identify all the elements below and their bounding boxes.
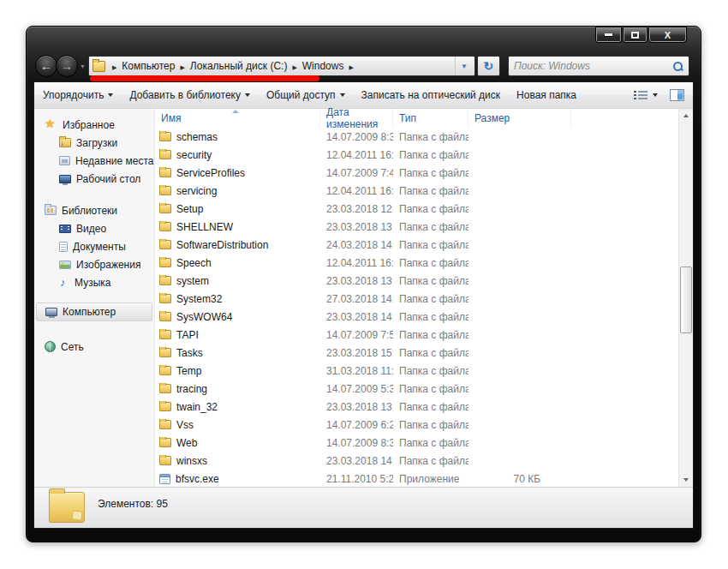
file-row-Tasks[interactable]: Tasks23.03.2018 15:10Папка с файлами	[155, 344, 678, 362]
file-row-Web[interactable]: Web14.07.2009 8:32Папка с файлами	[155, 434, 678, 452]
preview-pane-button[interactable]	[670, 89, 684, 101]
refresh-button[interactable]: ↻	[477, 56, 500, 76]
file-row-System32[interactable]: System3227.03.2018 14:49Папка с файлами	[155, 290, 678, 308]
breadcrumb-trailing-arrow-icon[interactable]: ▶	[349, 64, 353, 70]
toolbar-button-2[interactable]: Общий доступ	[266, 89, 345, 101]
breadcrumb-item-2[interactable]: Windows	[302, 60, 344, 72]
file-row-SHELLNEW[interactable]: SHELLNEW23.03.2018 13:38Папка с файлами	[155, 218, 678, 236]
search-icon[interactable]	[672, 61, 683, 72]
file-row-ServiceProfiles[interactable]: ServiceProfiles14.07.2009 7:45Папка с фа…	[155, 164, 678, 182]
folder-icon	[159, 438, 171, 447]
file-row-security[interactable]: security12.04.2011 16:37Папка с файлами	[155, 146, 678, 164]
file-row-twain_32[interactable]: twain_3223.03.2018 13:05Папка с файлами	[155, 398, 678, 416]
sidebar-item-0-2[interactable]: Рабочий стол	[34, 170, 154, 188]
file-type: Папка с файлами	[393, 401, 468, 413]
dropdown-arrow-icon	[108, 93, 113, 97]
sidebar-item-1-2[interactable]: Изображения	[34, 255, 154, 273]
breadcrumb-item-1[interactable]: Локальный диск (C:)	[190, 60, 288, 72]
column-header-filler	[571, 109, 678, 128]
file-name: SHELLNEW	[176, 221, 233, 233]
toolbar-button-1[interactable]: Добавить в библиотеку	[129, 89, 250, 101]
file-date: 23.03.2018 14:50	[320, 311, 393, 323]
file-row-bfsvc.exe[interactable]: bfsvc.exe21.11.2010 5:24Приложение70 КБ	[155, 470, 678, 487]
file-row-servicing[interactable]: servicing12.04.2011 16:26Папка с файлами	[155, 182, 678, 200]
forward-button[interactable]: →	[56, 55, 78, 77]
change-view-button[interactable]	[634, 90, 658, 101]
search-input[interactable]: Поиск: Windows	[508, 56, 689, 76]
toolbar-button-0[interactable]: Упорядочить	[43, 89, 113, 101]
file-name: Temp	[176, 365, 201, 377]
folder-icon	[159, 258, 171, 267]
vertical-scrollbar[interactable]	[678, 109, 693, 487]
column-header-date[interactable]: Дата изменения	[320, 109, 393, 128]
file-row-winsxs[interactable]: winsxs23.03.2018 14:46Папка с файлами	[155, 452, 678, 470]
toolbar-button-3[interactable]: Записать на оптический диск	[361, 89, 501, 101]
file-date: 14.07.2009 7:45	[320, 167, 393, 179]
file-type: Папка с файлами	[393, 239, 468, 251]
sidebar-item-0-0[interactable]: Загрузки	[34, 134, 154, 152]
toolbar-button-label: Упорядочить	[43, 89, 104, 101]
breadcrumb-separator-icon: ▶	[180, 64, 184, 70]
main-area: ИзбранноеЗагрузкиНедавние местаРабочий с…	[34, 109, 693, 487]
breadcrumb-item-0[interactable]: Компьютер	[122, 60, 175, 72]
folder-icon	[159, 312, 171, 321]
back-button[interactable]: ←	[35, 55, 57, 77]
file-name: TAPI	[176, 329, 199, 341]
file-date: 21.11.2010 5:24	[320, 473, 393, 485]
app-icon	[159, 474, 170, 484]
file-date: 14.07.2009 7:57	[320, 329, 393, 341]
sidebar-gap	[34, 291, 154, 302]
address-dropdown-icon[interactable]: ▼	[455, 57, 473, 75]
file-name: security	[176, 149, 212, 161]
file-row-Speech[interactable]: Speech12.04.2011 16:21Папка с файлами	[155, 254, 678, 272]
folder-icon	[159, 294, 171, 303]
annotation-red-underline	[90, 75, 319, 81]
file-row-schemas[interactable]: schemas14.07.2009 8:32Папка с файлами	[155, 128, 678, 146]
file-row-Temp[interactable]: Temp31.03.2018 11:29Папка с файлами	[155, 362, 678, 380]
scroll-down-button[interactable]	[679, 473, 693, 487]
file-type: Папка с файлами	[393, 437, 468, 449]
preview-pane-icon	[670, 89, 684, 101]
file-row-Vss[interactable]: Vss14.07.2009 6:20Папка с файлами	[155, 416, 678, 434]
sidebar-item-label: Видео	[76, 223, 106, 235]
file-row-TAPI[interactable]: TAPI14.07.2009 7:57Папка с файлами	[155, 326, 678, 344]
sidebar-item-1-1[interactable]: Документы	[34, 237, 154, 255]
file-size: 70 КБ	[468, 473, 544, 485]
title-bar[interactable]: X	[33, 27, 694, 51]
scrollbar-thumb[interactable]	[680, 267, 692, 333]
minimize-button[interactable]	[595, 27, 622, 43]
file-date: 14.07.2009 8:32	[320, 131, 393, 143]
computer-icon	[45, 308, 57, 316]
command-toolbar: УпорядочитьДобавить в библиотекуОбщий до…	[34, 82, 693, 109]
folder-icon	[159, 168, 171, 177]
file-row-SysWOW64[interactable]: SysWOW6423.03.2018 14:50Папка с файлами	[155, 308, 678, 326]
file-row-tracing[interactable]: tracing14.07.2009 5:34Папка с файлами	[155, 380, 678, 398]
toolbar-right-group	[634, 89, 684, 101]
sidebar-item-1-3[interactable]: Музыка	[34, 273, 154, 291]
sidebar-item-1-0[interactable]: Видео	[34, 219, 154, 237]
sidebar-item-3[interactable]: Сеть	[34, 338, 154, 356]
column-header-size[interactable]: Размер	[468, 109, 571, 128]
scroll-up-icon	[683, 114, 689, 117]
address-bar[interactable]: ▶Компьютер▶Локальный диск (C:)▶Windows▶ …	[88, 56, 475, 76]
file-name: system	[176, 275, 209, 287]
toolbar-button-4[interactable]: Новая папка	[516, 89, 576, 101]
scroll-up-button[interactable]	[679, 109, 693, 123]
sidebar-item-1[interactable]: Библиотеки	[34, 201, 154, 219]
sidebar-item-0[interactable]: Избранное	[34, 116, 154, 134]
column-header-name[interactable]: Имя	[155, 109, 320, 128]
recent-pages-dropdown[interactable]: ▼	[80, 63, 86, 69]
sidebar-gap	[34, 321, 154, 338]
toolbar-button-label: Общий доступ	[266, 89, 336, 101]
file-type: Папка с файлами	[393, 221, 468, 233]
file-row-Setup[interactable]: Setup23.03.2018 12:47Папка с файлами	[155, 200, 678, 218]
file-name: Vss	[176, 419, 194, 431]
sidebar-item-0-1[interactable]: Недавние места	[34, 152, 154, 170]
folder-icon	[159, 366, 171, 375]
file-row-system[interactable]: system23.03.2018 13:05Папка с файлами	[155, 272, 678, 290]
maximize-button[interactable]	[623, 27, 647, 43]
column-header-type[interactable]: Тип	[393, 109, 468, 128]
sidebar-item-2[interactable]: Компьютер	[36, 302, 152, 321]
close-button[interactable]: X	[648, 27, 687, 43]
file-row-SoftwareDistribution[interactable]: SoftwareDistribution24.03.2018 14:14Папк…	[155, 236, 678, 254]
